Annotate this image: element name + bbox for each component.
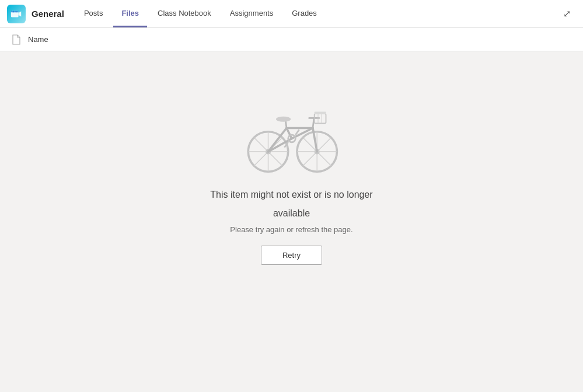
tab-files[interactable]: Files: [113, 0, 147, 27]
expand-button[interactable]: ⤢: [557, 5, 576, 23]
tab-grades[interactable]: Grades: [284, 0, 325, 27]
app-header: General Posts Files Class Notebook Assig…: [0, 0, 583, 28]
retry-button[interactable]: Retry: [261, 246, 322, 265]
error-title-line1: This item might not exist or is no longe…: [210, 188, 372, 202]
tab-posts[interactable]: Posts: [76, 0, 111, 27]
error-container: This item might not exist or is no longe…: [0, 51, 583, 288]
file-column-icon: [9, 33, 23, 47]
svg-rect-1: [11, 10, 19, 12]
channel-name: General: [32, 9, 64, 19]
nav-tabs: Posts Files Class Notebook Assignments G…: [76, 0, 325, 27]
app-icon: [7, 5, 26, 23]
content-area: Name: [0, 28, 583, 392]
tab-class-notebook[interactable]: Class Notebook: [149, 0, 219, 27]
error-subtitle: Please try again or refresh the page.: [230, 225, 352, 234]
tab-assignments[interactable]: Assignments: [222, 0, 281, 27]
bicycle-illustration: [239, 98, 344, 174]
error-title-line2: available: [273, 206, 310, 220]
svg-line-27: [313, 119, 314, 128]
svg-rect-32: [314, 112, 326, 115]
column-name-label: Name: [28, 35, 48, 44]
file-list-header: Name: [0, 28, 583, 51]
svg-point-26: [276, 117, 291, 122]
